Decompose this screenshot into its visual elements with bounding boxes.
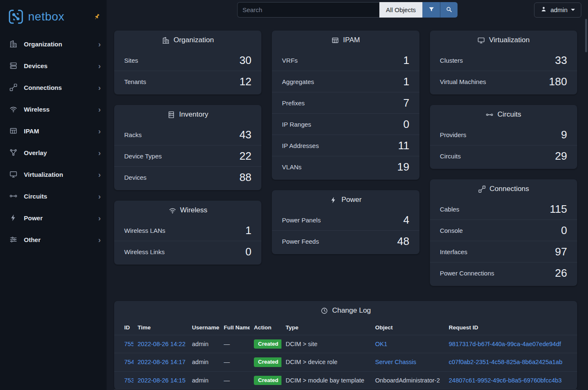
object-link[interactable]: Server Chassis xyxy=(375,359,416,365)
sidebar-item-virtualization[interactable]: Virtualization › xyxy=(0,163,107,185)
sidebar-item-label: Wireless xyxy=(24,106,92,113)
pin-sidebar-icon[interactable] xyxy=(93,13,101,20)
table-header-row: ID Time Username Full Name Action Type O… xyxy=(114,320,577,335)
card-header: Connections xyxy=(430,179,577,199)
sidebar-item-circuits[interactable]: Circuits › xyxy=(0,185,107,207)
funnel-icon xyxy=(428,6,435,14)
sliders-icon xyxy=(9,235,18,244)
stat-row: Power Feeds 48 xyxy=(272,230,419,252)
main-area: All Objects admin xyxy=(107,0,588,390)
dashboard-column-1: Organization Sites 30 Tenants 12 xyxy=(114,31,261,286)
stat-label-link[interactable]: Power Connections xyxy=(440,270,494,277)
chevron-right-icon: › xyxy=(98,105,101,113)
action-badge: Created xyxy=(254,376,281,385)
stat-label-link[interactable]: VRFs xyxy=(282,57,298,64)
stat-label-link[interactable]: Device Types xyxy=(124,153,162,160)
stat-label-link[interactable]: Racks xyxy=(124,131,142,138)
change-time-link[interactable]: 2022-08-26 14:15 xyxy=(138,377,186,384)
request-id-link[interactable]: 24807c61-9952-49c6-b8a5-69760bfcc4b3 xyxy=(449,377,562,384)
stat-label-link[interactable]: Sites xyxy=(124,57,138,64)
stat-label-link[interactable]: Devices xyxy=(124,174,146,181)
dashboard: Organization Sites 30 Tenants 12 xyxy=(107,20,588,390)
stat-row: Device Types 22 xyxy=(114,145,261,166)
stat-label-link[interactable]: Circuits xyxy=(440,153,461,160)
sidebar-item-label: Other xyxy=(24,236,92,243)
object-type-dropdown[interactable]: All Objects xyxy=(379,2,423,18)
sidebar-item-label: Circuits xyxy=(24,193,92,200)
stat-label-link[interactable]: Aggregates xyxy=(282,78,314,85)
search-button[interactable] xyxy=(440,2,458,18)
card-title: Change Log xyxy=(332,306,371,315)
connections-card: Connections Cables 115 Console 0 Interfa… xyxy=(430,179,577,286)
virtualization-card: Virtualization Clusters 33 Virtual Machi… xyxy=(430,31,577,94)
sidebar-item-wireless[interactable]: Wireless › xyxy=(0,98,107,120)
brand-name: netbox xyxy=(28,10,64,23)
stat-label-link[interactable]: Wireless Links xyxy=(124,248,165,255)
filter-button[interactable] xyxy=(422,2,440,18)
stat-value: 4 xyxy=(403,214,409,225)
object-link[interactable]: OK1 xyxy=(375,341,387,347)
stat-label-link[interactable]: Virtual Machines xyxy=(440,78,486,85)
dashboard-column-3: Virtualization Clusters 33 Virtual Machi… xyxy=(430,31,577,286)
change-id-link[interactable]: 753 xyxy=(124,377,133,384)
sidebar-item-organization[interactable]: Organization › xyxy=(0,33,107,55)
stat-row: Console 0 xyxy=(430,219,577,241)
change-time-link[interactable]: 2022-08-26 14:17 xyxy=(138,359,186,365)
stat-label-link[interactable]: Cables xyxy=(440,206,460,213)
change-id-link[interactable]: 755 xyxy=(124,341,133,347)
request-id-link[interactable]: c07f0ab2-2351-4c58-825a-8b6a2425a1ab xyxy=(449,359,562,365)
stat-label-link[interactable]: Tenants xyxy=(124,78,146,85)
sidebar-item-power[interactable]: Power › xyxy=(0,207,107,229)
sidebar-item-label: Overlay xyxy=(24,149,92,156)
stat-label-link[interactable]: Prefixes xyxy=(282,99,304,107)
cable-icon xyxy=(9,83,18,92)
building-icon xyxy=(162,36,170,44)
sidebar-item-devices[interactable]: Devices › xyxy=(0,55,107,76)
stat-row: Racks 43 xyxy=(114,124,261,145)
change-time-link[interactable]: 2022-08-26 14:22 xyxy=(138,341,186,347)
sidebar-item-other[interactable]: Other › xyxy=(0,229,107,250)
stat-label-link[interactable]: VLANs xyxy=(282,163,302,171)
card-header: Power xyxy=(272,190,419,209)
stat-label-link[interactable]: Clusters xyxy=(440,57,463,64)
network-graph-icon xyxy=(9,148,18,157)
card-title: Inventory xyxy=(179,110,208,119)
stat-label-link[interactable]: Interfaces xyxy=(440,248,468,255)
server-stack-icon xyxy=(9,61,18,70)
chevron-right-icon: › xyxy=(98,214,101,222)
stat-label-link[interactable]: IP Ranges xyxy=(282,121,311,128)
monitor-icon xyxy=(477,36,485,44)
column-header: Time xyxy=(133,320,188,335)
search-input[interactable] xyxy=(237,2,379,18)
vertical-scrollbar[interactable] xyxy=(585,19,587,52)
sidebar: netbox Organization › Devices › xyxy=(0,0,107,390)
type-cell: DCIM > site xyxy=(286,341,317,347)
type-cell: DCIM > module bay template xyxy=(286,377,364,384)
stat-value: 1 xyxy=(403,76,409,87)
netbox-logo[interactable]: netbox xyxy=(8,8,64,25)
stat-label-link[interactable]: Wireless LANs xyxy=(124,227,165,234)
circuits-card: Circuits Providers 9 Circuits 29 xyxy=(430,105,577,169)
sidebar-item-ipam[interactable]: IPAM › xyxy=(0,120,107,142)
card-header: Change Log xyxy=(114,301,577,320)
wireless-card: Wireless Wireless LANs 1 Wireless Links … xyxy=(114,201,261,265)
topbar: All Objects admin xyxy=(107,0,588,20)
sidebar-item-connections[interactable]: Connections › xyxy=(0,76,107,98)
user-menu-button[interactable]: admin xyxy=(534,3,581,18)
chevron-right-icon: › xyxy=(98,84,101,92)
card-header: Inventory xyxy=(114,105,261,124)
stat-label-link[interactable]: IP Addresses xyxy=(282,142,319,149)
stat-label-link[interactable]: Console xyxy=(440,227,463,234)
request-id-link[interactable]: 9817317d-b67f-440a-99ca-4ae07ede94df xyxy=(449,341,561,347)
table-grid-icon xyxy=(331,36,339,44)
bookshelf-icon xyxy=(167,111,175,119)
change-id-link[interactable]: 754 xyxy=(124,359,133,365)
stat-label-link[interactable]: Providers xyxy=(440,131,466,138)
stat-row: Power Connections 26 xyxy=(430,262,577,283)
stat-label-link[interactable]: Power Panels xyxy=(282,217,321,224)
stat-value: 26 xyxy=(555,268,567,278)
stat-row: Devices 88 xyxy=(114,166,261,188)
stat-value: 180 xyxy=(549,76,567,87)
stat-label-link[interactable]: Power Feeds xyxy=(282,238,319,245)
sidebar-item-overlay[interactable]: Overlay › xyxy=(0,142,107,163)
